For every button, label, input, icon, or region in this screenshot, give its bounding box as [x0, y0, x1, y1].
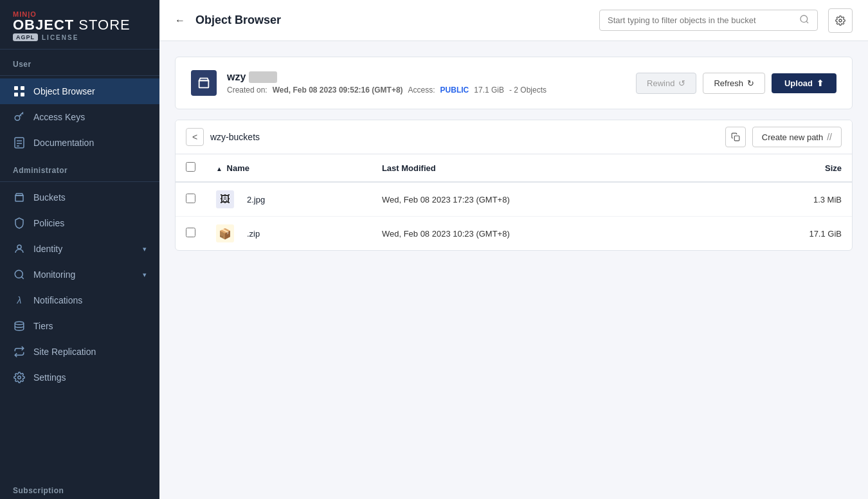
page-title: Object Browser [195, 14, 281, 27]
table-header-row: ▲ Name Last Modified Size [176, 154, 852, 182]
file-name[interactable]: 2.jpg [247, 195, 265, 204]
back-icon: ← [175, 15, 185, 26]
file-size: 1.3 MiB [725, 182, 852, 217]
file-browser-nav: < wzy-buckets Create new path // [176, 120, 852, 154]
bucket-info: wzy Created on: Wed, Feb 08 2023 09:52:1… [227, 71, 626, 95]
rewind-button[interactable]: Rewind ↺ [636, 73, 696, 94]
header-name: ▲ Name [206, 154, 372, 182]
sidebar-item-label: Identity [33, 244, 62, 254]
sidebar-item-buckets[interactable]: Buckets [0, 185, 159, 210]
chevron-down-icon: ▾ [143, 245, 147, 253]
svg-point-13 [15, 322, 24, 325]
sidebar-item-label: Monitoring [33, 269, 75, 280]
access-badge: PUBLIC [440, 86, 469, 95]
select-all-checkbox[interactable] [186, 162, 195, 172]
chevron-down-icon: ▾ [143, 271, 147, 279]
svg-point-4 [15, 116, 20, 121]
upload-button[interactable]: Upload ⬆ [772, 73, 836, 93]
sidebar-item-label: Site Replication [33, 347, 96, 357]
svg-point-14 [18, 376, 21, 379]
tiers-icon [13, 320, 26, 332]
table-row: 📦 .zipWed, Feb 08 2023 10:23 (GMT+8)17.1… [176, 217, 852, 251]
sidebar: MIN|O OBJECT STORE AGPL LICENSE User Obj… [0, 0, 159, 499]
file-table: ▲ Name Last Modified Size 🖼 2.jpgWed, Fe… [176, 154, 852, 250]
sidebar-item-settings[interactable]: Settings [0, 365, 159, 390]
svg-rect-1 [21, 86, 24, 90]
grid-icon [13, 85, 26, 98]
sidebar-item-access-keys[interactable]: Access Keys [0, 104, 159, 130]
sort-arrow-icon: ▲ [216, 165, 222, 172]
file-name[interactable]: .zip [247, 229, 260, 239]
sidebar-item-label: Tiers [33, 321, 53, 331]
row-checkbox[interactable] [186, 228, 195, 237]
nav-back-button[interactable]: < [186, 128, 204, 146]
sidebar-item-documentation[interactable]: Documentation [0, 130, 159, 156]
sidebar-item-monitoring[interactable]: Monitoring ▾ [0, 262, 159, 287]
file-browser: < wzy-buckets Create new path // [175, 120, 853, 251]
copy-path-button[interactable] [725, 127, 746, 147]
svg-rect-3 [21, 93, 24, 96]
monitoring-icon [13, 268, 26, 281]
search-input[interactable] [608, 15, 794, 25]
sidebar-item-object-browser[interactable]: Object Browser [0, 78, 159, 104]
svg-point-11 [15, 270, 23, 278]
file-type-icon: 📦 [216, 224, 234, 242]
sidebar-item-label: Documentation [33, 138, 94, 148]
upload-icon: ⬆ [817, 78, 824, 88]
rewind-icon: ↺ [678, 78, 685, 88]
svg-point-17 [839, 19, 842, 22]
header-size: Size [725, 154, 852, 182]
svg-rect-19 [734, 136, 739, 141]
replication-icon [13, 345, 26, 358]
refresh-button[interactable]: Refresh ↻ [703, 73, 765, 94]
settings-icon [13, 371, 26, 384]
table-row: 🖼 2.jpgWed, Feb 08 2023 17:23 (GMT+8)1.3… [176, 182, 852, 217]
key-icon [13, 111, 26, 123]
create-path-button[interactable]: Create new path // [752, 127, 842, 147]
sidebar-item-policies[interactable]: Policies [0, 210, 159, 236]
svg-line-16 [806, 21, 808, 23]
path-display: wzy-buckets [210, 132, 719, 142]
sidebar-item-label: Policies [33, 218, 64, 228]
sidebar-item-label: Notifications [33, 295, 82, 305]
topbar: ← Object Browser [159, 0, 868, 41]
svg-point-15 [800, 15, 808, 23]
logo-badge: AGPL [13, 33, 38, 41]
subscription-section-label: Subscription [0, 476, 159, 499]
svg-line-12 [21, 277, 23, 278]
sidebar-item-identity[interactable]: Identity ▾ [0, 236, 159, 262]
bucket-name: wzy [227, 71, 626, 83]
bucket-name-blurred [249, 71, 277, 83]
bucket-icon [191, 70, 217, 96]
gear-button[interactable] [828, 8, 853, 33]
bucket-meta: Created on: Wed, Feb 08 2023 09:52:16 (G… [227, 86, 626, 95]
sidebar-item-notifications[interactable]: λ Notifications [0, 287, 159, 313]
svg-rect-18 [199, 80, 209, 87]
svg-rect-2 [14, 93, 18, 96]
file-type-icon: 🖼 [216, 190, 234, 208]
svg-point-10 [17, 245, 21, 249]
sidebar-item-label: Buckets [33, 192, 66, 203]
main-content: ← Object Browser [159, 0, 868, 499]
search-icon [799, 14, 809, 26]
create-path-icon: // [827, 132, 832, 142]
lambda-icon: λ [13, 294, 26, 307]
identity-icon [13, 242, 26, 255]
search-bar[interactable] [599, 10, 818, 31]
sidebar-item-site-replication[interactable]: Site Replication [0, 339, 159, 365]
back-button[interactable]: ← [175, 15, 185, 26]
logo-sub: AGPL LICENSE [13, 33, 147, 41]
file-modified: Wed, Feb 08 2023 17:23 (GMT+8) [372, 182, 725, 217]
bucket-actions: Rewind ↺ Refresh ↻ Upload ⬆ [636, 73, 836, 94]
header-modified: Last Modified [372, 154, 725, 182]
logo-title: OBJECT STORE [13, 18, 147, 32]
user-section-label: User [0, 50, 159, 73]
bucket-icon [13, 191, 26, 204]
sidebar-item-tiers[interactable]: Tiers [0, 313, 159, 339]
doc-icon [13, 136, 26, 149]
file-modified: Wed, Feb 08 2023 10:23 (GMT+8) [372, 217, 725, 251]
shield-icon [13, 217, 26, 230]
content-area: wzy Created on: Wed, Feb 08 2023 09:52:1… [159, 41, 868, 499]
sidebar-item-label: Settings [33, 372, 66, 383]
row-checkbox[interactable] [186, 194, 195, 203]
